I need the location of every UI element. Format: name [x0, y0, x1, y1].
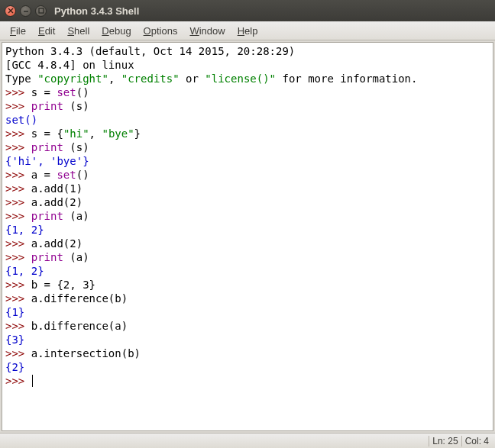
prompt: >>> [5, 141, 31, 153]
prompt: >>> [5, 375, 31, 387]
python-shell[interactable]: Python 3.4.3 (default, Oct 14 2015, 20:2… [2, 42, 493, 431]
prompt: >>> [5, 196, 31, 208]
status-line: Ln: 25 [429, 436, 461, 446]
prompt: >>> [5, 292, 31, 305]
menu-window[interactable]: Window [184, 24, 230, 38]
minimize-icon[interactable] [20, 5, 31, 17]
menu-options[interactable]: Options [138, 24, 183, 38]
output: {1} [5, 306, 24, 318]
prompt: >>> [5, 100, 31, 112]
window-titlebar: Python 3.4.3 Shell [0, 0, 495, 21]
close-icon[interactable] [5, 5, 16, 17]
output: {'hi', 'bye'} [5, 155, 89, 167]
prompt: >>> [5, 127, 31, 140]
prompt: >>> [5, 347, 31, 359]
prompt: >>> [5, 210, 31, 222]
menu-file[interactable]: File [5, 24, 31, 38]
banner-line: Type "copyright", "credits" or "license(… [5, 73, 417, 85]
prompt: >>> [5, 169, 31, 181]
prompt: >>> [5, 320, 31, 332]
svg-rect-0 [39, 8, 44, 13]
statusbar: Ln: 25 Col: 4 [0, 433, 495, 448]
output: set() [5, 114, 37, 126]
output: {1, 2} [5, 224, 44, 236]
banner-line: [GCC 4.8.4] on linux [5, 59, 134, 71]
console-container: Python 3.4.3 (default, Oct 14 2015, 20:2… [0, 40, 495, 433]
menu-debug[interactable]: Debug [96, 24, 136, 38]
window-title: Python 3.4.3 Shell [54, 5, 139, 17]
output: {3} [5, 334, 24, 346]
prompt: >>> [5, 237, 31, 250]
output: {1, 2} [5, 265, 44, 277]
menu-shell[interactable]: Shell [62, 24, 95, 38]
prompt: >>> [5, 182, 31, 195]
menu-help[interactable]: Help [232, 24, 264, 38]
prompt: >>> [5, 279, 31, 291]
output: {2} [5, 361, 24, 373]
maximize-icon[interactable] [35, 5, 47, 17]
text-cursor [32, 375, 33, 387]
banner-line: Python 3.4.3 (default, Oct 14 2015, 20:2… [5, 45, 295, 57]
window-controls [5, 5, 47, 17]
prompt: >>> [5, 86, 31, 98]
menu-edit[interactable]: Edit [33, 24, 60, 38]
menubar: File Edit Shell Debug Options Window Hel… [0, 21, 495, 40]
status-col: Col: 4 [461, 436, 492, 446]
prompt: >>> [5, 251, 31, 263]
